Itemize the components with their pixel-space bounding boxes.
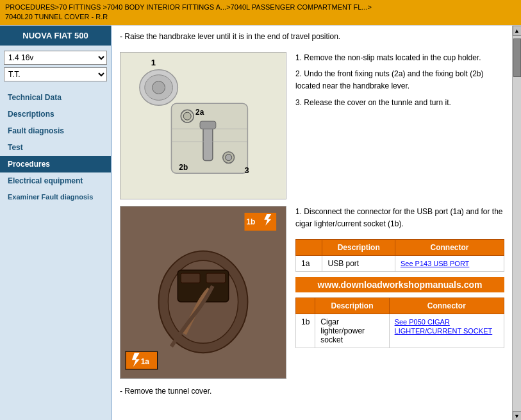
table-row: 1b Cigar lighter/power socket See P050 C…: [296, 314, 504, 348]
sidebar-title: NUOVA FIAT 500: [0, 26, 111, 46]
steps-1-3: 1. Remove the non-slip mats located in t…: [295, 52, 504, 113]
cigar-lighter-link[interactable]: See P050 CIGAR LIGHTER/CURRENT SOCKET: [395, 318, 493, 335]
breadcrumb-line2: 7040L20 TUNNEL COVER - R.R: [5, 12, 372, 22]
scrollbar: ▲ ▼: [512, 26, 521, 420]
step4-text: 1. Disconnect the connector for the USB …: [295, 206, 504, 230]
breadcrumb-line1: PROCEDURES>70 FITTINGS >7040 BODY INTERI…: [5, 3, 372, 12]
sidebar-item-procedures[interactable]: Procedures: [0, 156, 111, 172]
svg-point-7: [183, 112, 191, 120]
step1-text: 1. Remove the non-slip mats located in t…: [295, 52, 504, 64]
figure-row-2: 1b 1a 1. Disconnect the connector for th…: [120, 206, 504, 379]
table1-col1-header: Description: [322, 240, 395, 256]
table2-col0-header: [296, 298, 315, 314]
step3-text: 3. Release the cover on the tunnle and t…: [295, 97, 504, 109]
svg-text:1a: 1a: [141, 357, 150, 366]
table-2: Description Connector 1b Cigar lighter/p…: [295, 298, 504, 348]
svg-point-12: [226, 155, 232, 161]
sidebar-item-fault-diagnosis[interactable]: Fault diagnosis: [0, 122, 111, 139]
svg-text:1: 1: [151, 58, 156, 67]
table2-row1-desc: Cigar lighter/power socket: [315, 314, 389, 348]
svg-rect-10: [200, 121, 216, 129]
table-row: 1a USB port See P143 USB PORT: [296, 256, 504, 272]
body-dropdown[interactable]: T.T. Cabrio: [4, 67, 107, 81]
table1-col0-header: [296, 240, 322, 256]
table1-row1-desc: USB port: [322, 256, 395, 272]
figure-row-1: 1 2a 2b 3: [120, 52, 504, 199]
table2-row1-connector: See P050 CIGAR LIGHTER/CURRENT SOCKET: [389, 314, 504, 348]
table1-row1-connector: See P143 USB PORT: [395, 256, 504, 272]
scroll-down-arrow[interactable]: ▼: [513, 411, 522, 420]
table2-row1-id: 1b: [296, 314, 315, 348]
content-area: - Raise the handbrake lever until it is …: [112, 26, 512, 420]
svg-text:2a: 2a: [195, 108, 204, 117]
svg-text:1b: 1b: [246, 217, 255, 226]
svg-text:2b: 2b: [179, 163, 188, 172]
engine-dropdown[interactable]: 1.4 16v 1.2 8v 0.9 TwinAir 1.3 Mjet: [4, 51, 107, 65]
main-layout: NUOVA FIAT 500 1.4 16v 1.2 8v 0.9 TwinAi…: [0, 26, 521, 420]
table2-col1-header: Description: [315, 298, 389, 314]
intro-text: - Raise the handbrake lever until it is …: [120, 31, 504, 43]
sidebar-nav: Technical Data Descriptions Fault diagno…: [0, 89, 111, 205]
right-content-2: 1. Disconnect the connector for the USB …: [295, 206, 504, 348]
sidebar-item-examiner-fault-diagnosis[interactable]: Examiner Fault diagnosis: [0, 189, 111, 205]
scroll-thumb[interactable]: [513, 38, 521, 77]
watermark: www.downloadworkshopmanuals.com: [295, 277, 504, 292]
intro-section: - Raise the handbrake lever until it is …: [120, 31, 504, 43]
table-1: Description Connector 1a USB port See P1…: [295, 239, 504, 272]
sidebar-item-electrical-equipment[interactable]: Electrical equipment: [0, 172, 111, 189]
sidebar-item-descriptions[interactable]: Descriptions: [0, 106, 111, 122]
sidebar-item-technical-data[interactable]: Technical Data: [0, 89, 111, 106]
sidebar-dropdowns: 1.4 16v 1.2 8v 0.9 TwinAir 1.3 Mjet T.T.…: [0, 46, 111, 87]
table1-row1-id: 1a: [296, 256, 322, 272]
usb-port-link[interactable]: See P143 USB PORT: [401, 260, 469, 267]
table1-col2-header: Connector: [395, 240, 504, 256]
figure-2: 1b 1a: [120, 206, 286, 379]
sidebar: NUOVA FIAT 500 1.4 16v 1.2 8v 0.9 TwinAi…: [0, 26, 112, 420]
last-step-text: - Remove the tunnel cover.: [120, 385, 504, 398]
sidebar-item-test[interactable]: Test: [0, 139, 111, 156]
svg-text:3: 3: [244, 165, 249, 175]
figure-1: 1 2a 2b 3: [120, 52, 286, 199]
table2-col2-header: Connector: [389, 298, 504, 314]
svg-rect-23: [206, 273, 226, 283]
step2-text: 2. Undo the front fixing nuts (2a) and t…: [295, 68, 504, 92]
svg-rect-22: [181, 273, 200, 283]
breadcrumb-bar: PROCEDURES>70 FITTINGS >7040 BODY INTERI…: [0, 0, 521, 26]
svg-point-3: [153, 81, 165, 94]
scroll-up-arrow[interactable]: ▲: [513, 26, 522, 36]
